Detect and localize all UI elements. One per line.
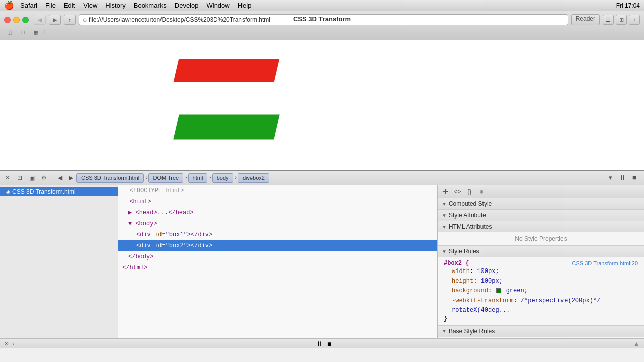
settings-button[interactable]: ⚙	[38, 172, 49, 184]
base-style-rules-header[interactable]: ▼ Base Style Rules	[438, 326, 644, 337]
maximize-window-button[interactable]	[22, 17, 29, 23]
source-line-4: ▼ <body>	[118, 218, 437, 229]
lock-icon: ⊙	[83, 17, 87, 23]
nav-back-icon: ◀	[58, 174, 62, 182]
styles-source-button[interactable]: <>	[452, 186, 463, 197]
menu-edit[interactable]: Edit	[64, 2, 75, 9]
reader-button[interactable]: Reader	[571, 14, 600, 25]
breadcrumb: ◀ ▶ CSS 3D Transform.html › DOM Tree › h…	[50, 172, 602, 184]
style-prop-transform: -webkit-transform: /*perspective(200px)*…	[444, 296, 638, 315]
style-attribute-header[interactable]: ▼ Style Attribute	[438, 210, 644, 221]
style-rules-header[interactable]: ▼ Style Rules	[438, 246, 644, 257]
breadcrumb-dom[interactable]: DOM Tree	[148, 173, 183, 183]
breadcrumb-html[interactable]: html	[188, 173, 208, 183]
settings-icon: ⚙	[41, 174, 47, 182]
close-devtools-icon: ✕	[5, 174, 10, 182]
devtools-bottombar: ⊙ › ⏸ ■ ▲	[0, 338, 644, 348]
style-prop-height: height: 100px;	[444, 277, 638, 286]
style-attribute-section: ▼ Style Attribute	[438, 210, 644, 221]
menu-history[interactable]: History	[105, 2, 125, 9]
style-selector: #box2 {	[444, 260, 469, 267]
source-line-7: </body>	[118, 251, 437, 262]
breadcrumb-file[interactable]: CSS 3D Transform.html	[76, 173, 144, 183]
styles-toolbar: ✚ <> {} ⎈	[438, 185, 644, 198]
menu-develop[interactable]: Develop	[175, 2, 199, 9]
arrow-down-icon: ▾	[609, 174, 612, 182]
bookmarks-button[interactable]: □	[17, 28, 28, 37]
file-item-css3d[interactable]: ◈ CSS 3D Transform.html	[0, 187, 118, 196]
more-icon: ⎈	[479, 188, 484, 195]
source-line-1: <!DOCTYPE html>	[118, 185, 437, 196]
source-line-6-highlighted[interactable]: <div id="box2"></div>	[118, 240, 437, 251]
base-rules-arrow-icon: ▼	[442, 328, 447, 334]
style-attr-arrow-icon: ▼	[442, 213, 447, 218]
html-attributes-section: ▼ HTML Attributes No Style Properties	[438, 221, 644, 246]
devtools-panel: ✕ ⊡ ▣ ⚙ ◀ ▶ CSS 3D Transform.html › DOM …	[0, 170, 644, 348]
sidebar-icon: ☰	[606, 17, 611, 23]
nav-forward-button[interactable]: ▶	[65, 172, 76, 184]
styles-new-rule-button[interactable]: ✚	[440, 186, 451, 197]
file-label: CSS 3D Transform.html	[12, 188, 76, 195]
close-window-button[interactable]	[4, 17, 11, 23]
stop-button[interactable]: ■	[629, 172, 640, 184]
grid-view-button[interactable]: ▦	[30, 28, 41, 37]
devtools-body: ◈ CSS 3D Transform.html <!DOCTYPE html> …	[0, 185, 644, 338]
color-swatch[interactable]	[496, 288, 501, 293]
status-spinner: ⊙	[4, 340, 9, 347]
address-text: file:///Users/lawrenceturton/Desktop/CSS…	[89, 16, 270, 23]
devtools-right-tabs: ▾ ⏸ ■	[603, 172, 642, 184]
new-tab-button[interactable]: +	[629, 15, 640, 25]
css-shapes-container	[151, 40, 302, 170]
detach-icon: ⊡	[17, 174, 22, 182]
menu-file[interactable]: File	[45, 2, 56, 9]
menu-bookmarks[interactable]: Bookmarks	[134, 2, 167, 9]
styles-computed-button[interactable]: {}	[464, 186, 475, 197]
resize-handle[interactable]: ▲	[633, 340, 640, 348]
file-icon: ◈	[6, 189, 10, 195]
traffic-lights	[4, 17, 29, 23]
pause-icon: ⏸	[619, 174, 626, 182]
forward-button[interactable]: ▶	[49, 15, 61, 25]
sidebar-toggle-button[interactable]: ☰	[603, 15, 614, 25]
share-button[interactable]: ↑	[64, 15, 76, 25]
style-prop-background: background: green;	[444, 286, 638, 296]
apple-menu[interactable]: 🍎	[4, 1, 14, 10]
html-attributes-label: HTML Attributes	[449, 223, 492, 230]
menubar-items: Safari File Edit View History Bookmarks …	[20, 2, 251, 9]
favorites-label: f	[43, 29, 45, 36]
minimize-window-button[interactable]	[13, 17, 20, 23]
html-attributes-header[interactable]: ▼ HTML Attributes	[438, 221, 644, 232]
computed-style-header[interactable]: ▼ Computed Style	[438, 198, 644, 209]
back-button[interactable]: ◀	[34, 15, 46, 25]
bottom-arrow-icon: ›	[13, 341, 14, 346]
browser-content	[0, 40, 644, 170]
style-rules-arrow-icon: ▼	[442, 249, 447, 254]
arrow-down-button[interactable]: ▾	[605, 172, 616, 184]
style-source-link[interactable]: CSS 3D Transform.html:20	[572, 260, 638, 266]
tab-overview-button[interactable]: ⊞	[616, 15, 627, 25]
computed-arrow-icon: ▼	[442, 201, 447, 207]
breadcrumb-active[interactable]: div#box2	[238, 173, 269, 183]
menu-safari[interactable]: Safari	[20, 2, 37, 9]
sidebar-btn2[interactable]: ◫	[4, 28, 15, 37]
menu-view[interactable]: View	[83, 2, 97, 9]
close-devtools-button[interactable]: ✕	[2, 172, 13, 184]
styles-more-button[interactable]: ⎈	[476, 186, 487, 197]
source-line-8: </html>	[118, 262, 437, 274]
menu-window[interactable]: Window	[206, 2, 229, 9]
computed-style-label: Computed Style	[449, 200, 492, 207]
detach-button[interactable]: ⊡	[14, 172, 25, 184]
menu-help[interactable]: Help	[238, 2, 252, 9]
computed-style-section: ▼ Computed Style	[438, 198, 644, 210]
pause-bottom-button[interactable]: ⏸	[316, 340, 323, 348]
stop-bottom-button[interactable]: ■	[327, 340, 331, 348]
box2-preview	[173, 115, 279, 140]
dock-button[interactable]: ▣	[26, 172, 37, 184]
breadcrumb-body[interactable]: body	[212, 173, 233, 183]
nav-back-button[interactable]: ◀	[54, 172, 65, 184]
new-tab-icon: +	[633, 17, 636, 23]
pause-button[interactable]: ⏸	[617, 172, 628, 184]
stop-icon: ■	[632, 174, 636, 182]
sidebar2-icon: ◫	[7, 29, 12, 36]
nav-forward-icon: ▶	[69, 174, 73, 182]
